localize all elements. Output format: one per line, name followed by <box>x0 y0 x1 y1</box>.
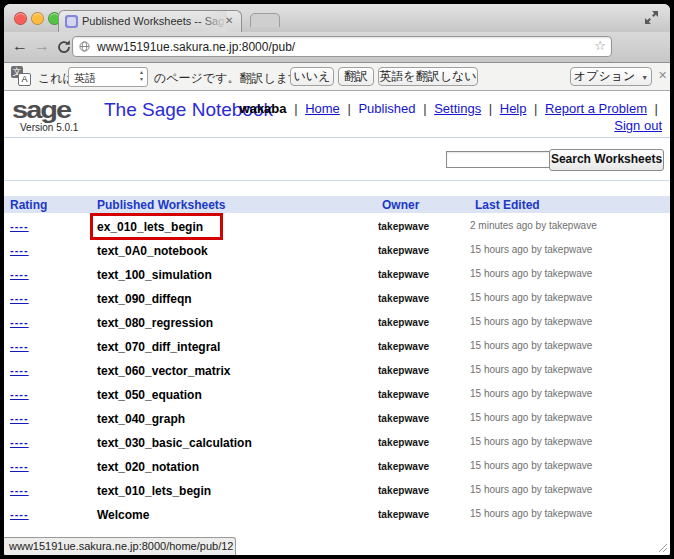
search-divider <box>4 180 670 181</box>
owner-label: takepwave <box>378 244 429 256</box>
nav-separator: | <box>416 101 435 116</box>
sage-logo: sage <box>12 95 70 123</box>
last-edited-label: 15 hours ago by takepwave <box>470 244 592 255</box>
worksheet-link[interactable]: text_080_regression <box>97 316 213 330</box>
worksheet-link[interactable]: Welcome <box>97 508 149 522</box>
search-input[interactable] <box>446 151 551 168</box>
username-label: wakaba <box>240 101 287 116</box>
minimize-window-button[interactable] <box>31 12 44 25</box>
fullscreen-arrows-icon[interactable] <box>644 10 659 25</box>
column-header-rating: Rating <box>10 198 47 212</box>
rating-link[interactable]: ---- <box>10 292 29 304</box>
last-edited-label: 15 hours ago by takepwave <box>470 388 592 399</box>
nav-separator: | <box>647 101 662 116</box>
rating-link[interactable]: ---- <box>10 268 29 280</box>
nav-separator: | <box>340 101 359 116</box>
bookmark-star-icon[interactable]: ☆ <box>594 38 606 53</box>
back-button[interactable]: ← <box>12 36 28 56</box>
window-titlebar[interactable]: Published Worksheets -- Sag ✕ <box>4 4 670 33</box>
rating-link[interactable]: ---- <box>10 412 29 424</box>
last-edited-label: 15 hours ago by takepwave <box>470 412 592 423</box>
last-edited-label: 2 minutes ago by takepwave <box>470 220 597 231</box>
translate-decline-button[interactable]: いいえ <box>290 67 334 86</box>
worksheet-link[interactable]: text_100_simulation <box>97 268 212 282</box>
translate-bar: 文 A これは 英語 ▲▼ のページです。翻訳しますか？ いいえ 翻訳 英語を翻… <box>4 63 670 91</box>
tab-close-icon[interactable]: ✕ <box>225 15 233 26</box>
nav-link-report-a-problem[interactable]: Report a Problem <box>545 101 647 116</box>
page-content: sage The Sage Notebook Version 5.0.1 wak… <box>4 91 670 555</box>
last-edited-label: 15 hours ago by takepwave <box>470 436 592 447</box>
worksheet-link[interactable]: text_060_vector_matrix <box>97 364 230 378</box>
address-bar[interactable]: www15191ue.sakura.ne.jp:8000/pub/ ☆ <box>72 36 612 57</box>
status-bar-url: www15191ue.sakura.ne.jp:8000/home/pub/12 <box>4 537 236 555</box>
header-divider <box>4 137 670 138</box>
last-edited-label: 15 hours ago by takepwave <box>470 460 592 471</box>
table-header-row: Rating Published Worksheets Owner Last E… <box>4 196 670 213</box>
column-header-name: Published Worksheets <box>97 198 225 212</box>
new-tab-button[interactable] <box>250 13 280 27</box>
rating-link[interactable]: ---- <box>10 484 29 496</box>
worksheet-link[interactable]: text_050_equation <box>97 388 202 402</box>
table-row: ----text_080_regressiontakepwave15 hours… <box>4 311 670 335</box>
worksheet-link[interactable]: text_0A0_notebook <box>97 244 208 258</box>
table-row: ----text_060_vector_matrixtakepwave15 ho… <box>4 359 670 383</box>
rating-link[interactable]: ---- <box>10 388 29 400</box>
translate-bar-close-icon[interactable]: ✕ <box>658 69 667 82</box>
table-row: ----text_040_graphtakepwave15 hours ago … <box>4 407 670 431</box>
rating-link[interactable]: ---- <box>10 316 29 328</box>
owner-label: takepwave <box>378 340 429 352</box>
rating-link[interactable]: ---- <box>10 364 29 376</box>
nav-link-home[interactable]: Home <box>305 101 340 116</box>
reload-button[interactable] <box>56 39 72 55</box>
url-text[interactable]: www15191ue.sakura.ne.jp:8000/pub/ <box>97 40 295 54</box>
nav-link-sign-out[interactable]: Sign out <box>614 118 662 133</box>
page-info-globe-icon[interactable] <box>79 41 90 52</box>
rating-link[interactable]: ---- <box>10 460 29 472</box>
last-edited-label: 15 hours ago by takepwave <box>470 484 592 495</box>
search-worksheets-button[interactable]: Search Worksheets <box>549 149 664 171</box>
table-row: ----text_100_simulationtakepwave15 hours… <box>4 263 670 287</box>
owner-label: takepwave <box>378 268 429 280</box>
close-window-button[interactable] <box>14 12 27 25</box>
owner-label: takepwave <box>378 460 429 472</box>
resize-grip[interactable] <box>656 541 668 553</box>
nav-link-published[interactable]: Published <box>358 101 415 116</box>
owner-label: takepwave <box>378 292 429 304</box>
table-row: ----text_030_basic_calculationtakepwave1… <box>4 431 670 455</box>
translate-accept-button[interactable]: 翻訳 <box>338 67 374 86</box>
caret-down-icon: ▼ <box>641 74 648 81</box>
select-stepper-icon: ▲▼ <box>139 69 144 83</box>
translate-options-button[interactable]: オプション▼ <box>570 67 652 86</box>
worksheet-link[interactable]: text_030_basic_calculation <box>97 436 252 450</box>
worksheet-link[interactable]: text_040_graph <box>97 412 185 426</box>
worksheet-link[interactable]: text_090_diffeqn <box>97 292 192 306</box>
owner-label: takepwave <box>378 364 429 376</box>
never-translate-button[interactable]: 英語を翻訳しない <box>378 67 478 86</box>
nav-link-help[interactable]: Help <box>500 101 527 116</box>
rating-link[interactable]: ---- <box>10 436 29 448</box>
table-row: ----Welcometakepwave15 hours ago by take… <box>4 503 670 527</box>
table-row: ----text_010_lets_begintakepwave15 hours… <box>4 479 670 503</box>
last-edited-label: 15 hours ago by takepwave <box>470 292 592 303</box>
rating-link[interactable]: ---- <box>10 340 29 352</box>
rating-link[interactable]: ---- <box>10 508 29 520</box>
rating-link[interactable]: ---- <box>10 244 29 256</box>
worksheet-link[interactable]: text_020_notation <box>97 460 199 474</box>
worksheet-link[interactable]: text_010_lets_begin <box>97 484 211 498</box>
browser-tab[interactable]: Published Worksheets -- Sag ✕ <box>58 10 242 33</box>
browser-toolbar: ← → www15191ue.sakura.ne.jp:8000/pub/ ☆ <box>4 32 670 63</box>
rating-link[interactable]: ---- <box>10 220 29 232</box>
nav-separator: | <box>287 101 306 116</box>
language-select[interactable]: 英語 ▲▼ <box>68 67 148 87</box>
table-row: ----text_090_diffeqntakepwave15 hours ag… <box>4 287 670 311</box>
worksheet-link[interactable]: text_070_diff_integral <box>97 340 220 354</box>
nav-link-settings[interactable]: Settings <box>434 101 481 116</box>
version-label: Version 5.0.1 <box>20 122 78 133</box>
forward-button[interactable]: → <box>34 36 50 56</box>
nav-separator: | <box>527 101 546 116</box>
options-label: オプション <box>574 69 635 83</box>
last-edited-label: 15 hours ago by takepwave <box>470 268 592 279</box>
worksheet-rows: ----ex_010_lets_begintakepwave2 minutes … <box>4 215 670 527</box>
column-header-edited: Last Edited <box>475 198 540 212</box>
owner-label: takepwave <box>378 388 429 400</box>
